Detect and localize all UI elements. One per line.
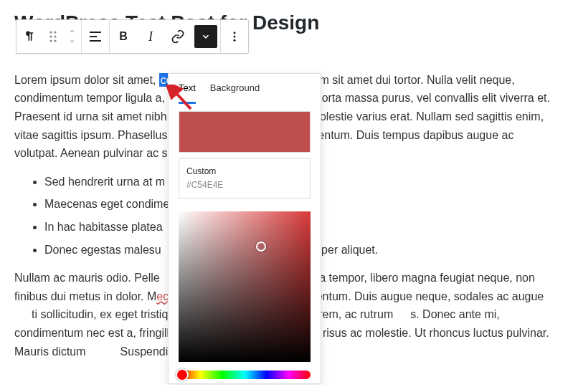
popover-tabs: Text Background bbox=[169, 74, 321, 104]
chevron-down-icon[interactable] bbox=[194, 25, 217, 48]
svg-point-4 bbox=[49, 39, 52, 42]
move-updown-icon[interactable]: ⌃⌄ bbox=[62, 30, 81, 43]
hue-slider[interactable] bbox=[179, 371, 311, 379]
svg-point-1 bbox=[54, 31, 56, 33]
sv-handle[interactable] bbox=[256, 242, 266, 252]
color-popover: Text Background Custom #C54E4E bbox=[168, 73, 321, 384]
svg-point-10 bbox=[234, 36, 236, 38]
block-toolbar: ⌃⌄ B I bbox=[16, 19, 249, 54]
custom-hex: #C54E4E bbox=[186, 178, 303, 192]
svg-point-11 bbox=[234, 39, 236, 42]
drag-handle-icon[interactable] bbox=[44, 20, 62, 53]
svg-point-2 bbox=[49, 35, 52, 37]
more-options-icon[interactable] bbox=[221, 20, 248, 53]
tab-text[interactable]: Text bbox=[179, 81, 196, 104]
paragraph-icon[interactable] bbox=[16, 20, 44, 53]
italic-button[interactable]: I bbox=[137, 20, 164, 53]
align-left-icon[interactable] bbox=[82, 20, 109, 53]
custom-label: Custom bbox=[186, 165, 303, 178]
custom-color-block[interactable]: Custom #C54E4E bbox=[179, 158, 311, 199]
svg-point-9 bbox=[234, 32, 236, 34]
color-swatch[interactable] bbox=[179, 111, 311, 153]
bold-button[interactable]: B bbox=[110, 20, 137, 53]
link-icon[interactable] bbox=[164, 20, 191, 53]
hue-handle[interactable] bbox=[176, 368, 189, 381]
svg-point-3 bbox=[54, 35, 56, 37]
svg-point-5 bbox=[54, 39, 56, 42]
svg-point-0 bbox=[49, 31, 52, 33]
tab-background[interactable]: Background bbox=[210, 81, 260, 104]
p1-before: Lorem ipsum dolor sit amet, bbox=[14, 74, 159, 86]
saturation-value-pane[interactable] bbox=[179, 211, 311, 362]
